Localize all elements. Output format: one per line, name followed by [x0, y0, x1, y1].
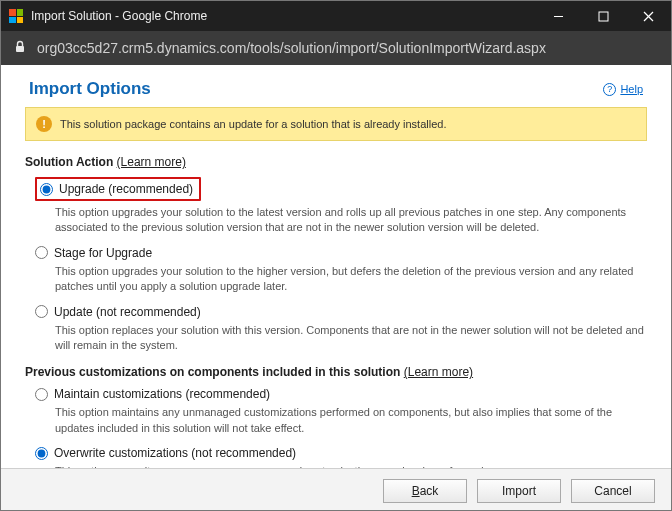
option-label: Update (not recommended)	[54, 305, 201, 319]
back-button[interactable]: Back	[383, 479, 467, 503]
warning-icon: !	[36, 116, 52, 132]
option-label: Stage for Upgrade	[54, 246, 152, 260]
radio-update[interactable]	[35, 305, 48, 318]
option-desc: This option upgrades your solution to th…	[55, 205, 647, 236]
radio-stage[interactable]	[35, 246, 48, 259]
help-label: Help	[620, 83, 643, 95]
option-update-radio-row[interactable]: Update (not recommended)	[35, 305, 647, 319]
main-scroll[interactable]: ! This solution package contains an upda…	[25, 107, 653, 468]
close-button[interactable]	[626, 1, 671, 31]
radio-upgrade[interactable]	[40, 183, 53, 196]
option-desc: This option maintains any unmanaged cust…	[55, 405, 647, 436]
option-label: Upgrade (recommended)	[59, 182, 193, 196]
option-maintain-radio-row[interactable]: Maintain customizations (recommended)	[35, 387, 647, 401]
window-title: Import Solution - Google Chrome	[31, 9, 536, 23]
import-button[interactable]: Import	[477, 479, 561, 503]
svg-rect-4	[16, 46, 24, 52]
url-text: org03cc5d27.crm5.dynamics.com/tools/solu…	[37, 40, 546, 56]
info-banner: ! This solution package contains an upda…	[25, 107, 647, 141]
learn-more-link[interactable]: (Learn more)	[404, 365, 473, 379]
minimize-button[interactable]	[536, 1, 581, 31]
option-desc: This option replaces your solution with …	[55, 323, 647, 354]
option-desc: This option upgrades your solution to th…	[55, 264, 647, 295]
option-update: Update (not recommended) This option rep…	[35, 305, 647, 354]
cancel-button[interactable]: Cancel	[571, 479, 655, 503]
option-stage: Stage for Upgrade This option upgrades y…	[35, 246, 647, 295]
option-overwrite: Overwrite customizations (not recommende…	[35, 446, 647, 468]
option-upgrade: Upgrade (recommended) This option upgrad…	[35, 177, 647, 236]
radio-maintain[interactable]	[35, 388, 48, 401]
option-desc: This option overwrites or removes any un…	[55, 464, 647, 468]
option-maintain: Maintain customizations (recommended) Th…	[35, 387, 647, 436]
wizard-footer: Back Import Cancel	[1, 468, 671, 511]
banner-text: This solution package contains an update…	[60, 118, 446, 130]
window-titlebar: Import Solution - Google Chrome	[1, 1, 671, 31]
radio-overwrite[interactable]	[35, 447, 48, 460]
svg-rect-1	[599, 12, 608, 21]
lock-icon	[13, 40, 27, 57]
option-upgrade-radio-row[interactable]: Upgrade (recommended)	[35, 177, 201, 201]
option-overwrite-radio-row[interactable]: Overwrite customizations (not recommende…	[35, 446, 647, 460]
help-icon: ?	[603, 83, 616, 96]
learn-more-link[interactable]: (Learn more)	[117, 155, 186, 169]
option-label: Overwrite customizations (not recommende…	[54, 446, 296, 460]
app-logo-icon	[9, 9, 23, 23]
page-title: Import Options	[29, 79, 151, 99]
solution-action-heading: Solution Action (Learn more)	[25, 155, 647, 169]
address-bar[interactable]: org03cc5d27.crm5.dynamics.com/tools/solu…	[1, 31, 671, 65]
customizations-heading: Previous customizations on components in…	[25, 365, 647, 379]
option-stage-radio-row[interactable]: Stage for Upgrade	[35, 246, 647, 260]
option-label: Maintain customizations (recommended)	[54, 387, 270, 401]
help-link[interactable]: ? Help	[603, 83, 643, 96]
maximize-button[interactable]	[581, 1, 626, 31]
